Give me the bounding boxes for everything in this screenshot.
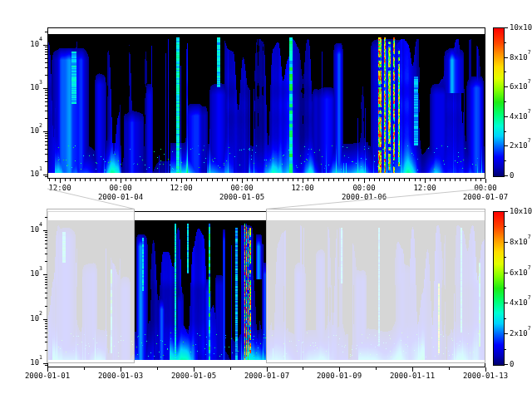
colorbar-tick — [504, 71, 506, 72]
y-axis-minor-tick — [45, 254, 47, 254]
colorbar-tick — [504, 131, 506, 132]
y-tick-label: 104 — [7, 40, 42, 48]
selection-region[interactable] — [135, 209, 266, 363]
y-axis-major-tick — [43, 230, 47, 231]
x-axis-minor-tick — [283, 179, 283, 181]
x-axis-minor-tick — [230, 367, 231, 370]
x-axis-minor-tick — [116, 179, 116, 181]
y-axis-major-tick — [43, 363, 47, 364]
y-axis-minor-tick — [45, 306, 47, 307]
x-axis-minor-tick — [55, 179, 56, 181]
y-axis-minor-tick — [45, 149, 47, 150]
y-axis-minor-tick — [45, 138, 47, 139]
x-axis-minor-tick — [157, 367, 158, 370]
x-axis-minor-tick — [313, 179, 314, 181]
x-axis-minor-tick — [140, 179, 141, 181]
colorbar-tick — [504, 242, 508, 243]
x-tick-label: 2000-01-05 — [156, 372, 231, 380]
x-axis-major-tick — [303, 179, 303, 183]
y-axis-minor-tick — [45, 298, 47, 298]
x-axis-minor-tick — [353, 179, 354, 181]
x-axis-minor-tick — [237, 179, 238, 181]
y-axis-minor-tick — [45, 47, 47, 47]
y-axis-minor-tick — [45, 337, 47, 337]
x-axis-minor-tick — [466, 179, 466, 181]
y-axis-minor-tick — [45, 261, 47, 262]
x-axis-major-tick — [485, 179, 486, 183]
x-axis-minor-tick — [90, 179, 91, 181]
y-axis-minor-tick — [45, 101, 47, 102]
colorbar-tick-label: 4x107 — [510, 112, 532, 121]
x-axis-minor-tick — [106, 179, 106, 181]
x-axis-minor-tick — [273, 179, 273, 181]
x-axis-minor-tick — [100, 179, 101, 181]
x-axis-minor-tick — [475, 179, 476, 181]
y-axis-minor-tick — [45, 279, 47, 280]
y-axis-minor-tick — [45, 133, 47, 134]
y-axis-minor-tick — [45, 350, 47, 351]
y-axis-minor-tick — [45, 293, 47, 293]
x-tick-label: 2000-01-07 — [229, 372, 304, 380]
x-axis-minor-tick — [217, 179, 218, 181]
x-axis-minor-tick — [440, 179, 441, 181]
zoom-colorbar — [493, 27, 505, 177]
colorbar-tick-label: 4x107 — [510, 298, 532, 307]
x-axis-minor-tick — [384, 179, 385, 181]
zoom-colorbar-gradient — [494, 28, 504, 176]
colorbar-tick — [504, 160, 506, 161]
y-tick-label: 101 — [7, 358, 42, 367]
y-axis-minor-tick — [45, 342, 47, 342]
x-axis-major-tick — [60, 179, 61, 183]
x-axis-major-tick — [425, 179, 426, 183]
y-tick-label: 101 — [7, 170, 42, 178]
dimmed-region-left — [47, 209, 135, 363]
colorbar-tick — [504, 57, 508, 58]
colorbar-tick — [504, 101, 506, 102]
y-axis-minor-tick — [45, 332, 47, 333]
x-axis-minor-tick — [80, 179, 81, 181]
x-axis-minor-tick — [338, 179, 339, 181]
colorbar-tick-label: 2x107 — [510, 329, 532, 337]
x-axis-minor-tick — [75, 179, 76, 181]
colorbar-tick-label: 10x107 — [510, 23, 532, 32]
y-axis-minor-tick — [45, 62, 47, 63]
x-axis-minor-tick — [323, 179, 324, 181]
x-axis-minor-tick — [85, 179, 86, 181]
x-axis-minor-tick — [430, 179, 431, 181]
colorbar-tick — [504, 318, 506, 319]
x-axis-minor-tick — [191, 179, 192, 181]
y-axis-minor-tick — [45, 52, 47, 52]
x-date-label: 2000-01-04 — [83, 193, 158, 201]
colorbar-tick — [504, 175, 508, 176]
y-axis-minor-tick — [45, 248, 47, 249]
x-axis-minor-tick — [455, 179, 456, 181]
zoom-spectrogram-canvas[interactable] — [48, 34, 485, 173]
x-axis-minor-tick — [293, 179, 293, 181]
y-axis-minor-tick — [45, 111, 47, 111]
colorbar-tick-label: 2x107 — [510, 141, 532, 150]
y-axis-minor-tick — [45, 365, 47, 366]
colorbar-tick — [504, 145, 508, 146]
colorbar-tick — [504, 288, 506, 288]
y-axis-minor-tick — [45, 58, 47, 59]
x-tick-label: 00:00 — [448, 184, 523, 192]
colorbar-tick — [504, 257, 506, 258]
x-axis-minor-tick — [328, 179, 329, 181]
x-axis-minor-tick — [227, 179, 228, 181]
x-axis-minor-tick — [222, 179, 223, 181]
x-axis-minor-tick — [288, 179, 288, 181]
y-axis-major-tick — [43, 45, 47, 46]
x-tick-label: 2000-01-09 — [302, 372, 377, 380]
x-axis-minor-tick — [374, 179, 375, 181]
x-axis-minor-tick — [298, 179, 298, 181]
y-axis-minor-tick — [45, 240, 47, 241]
y-axis-minor-tick — [45, 98, 47, 99]
colorbar-tick-label: 8x107 — [510, 238, 532, 246]
colorbar-tick — [504, 333, 508, 334]
dimmed-region-right — [266, 209, 485, 363]
colorbar-tick — [504, 364, 508, 365]
y-axis-major-tick — [43, 274, 47, 275]
colorbar-tick — [504, 42, 506, 43]
colorbar-tick-label: 0 — [510, 360, 532, 368]
x-axis-minor-tick — [480, 179, 481, 181]
